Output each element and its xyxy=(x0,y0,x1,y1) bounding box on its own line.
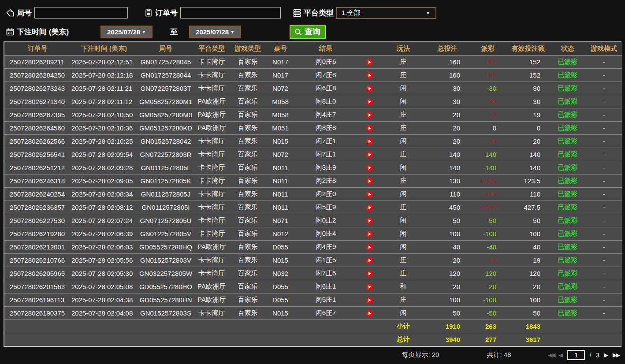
cell-table-no: D055 xyxy=(266,280,294,293)
cell-table-no: N015 xyxy=(266,253,294,267)
replay-icon[interactable] xyxy=(366,297,373,304)
prev-page-button[interactable]: ◀ xyxy=(558,352,563,358)
cell-order-no: 250728026205965 xyxy=(4,267,71,280)
cell-payout: 152 xyxy=(470,55,506,68)
cell-total-bet: 100 xyxy=(425,293,470,306)
cell-payout: -140 xyxy=(470,148,506,161)
cell-game-type: 百家乐 xyxy=(229,82,266,95)
cell-status: 已派彩 xyxy=(550,306,585,319)
cell-game-type: 百家乐 xyxy=(229,108,266,121)
cell-bet-time: 2025-07-28 02:11:21 xyxy=(71,82,138,95)
order-number-input[interactable] xyxy=(180,7,281,19)
table-row: 2507280262512122025-07-28 02:09:28GN0112… xyxy=(4,161,622,174)
cell-table-no: N017 xyxy=(266,55,294,68)
cell-replay xyxy=(357,201,382,214)
cell-total-bet: 20 xyxy=(425,121,470,134)
cell-play: 庄 xyxy=(382,148,425,161)
cell-platform: 卡卡湾厅 xyxy=(194,227,229,240)
cell-payout: -140 xyxy=(470,161,506,174)
cell-total-bet: 40 xyxy=(425,240,470,253)
replay-icon[interactable] xyxy=(366,244,373,251)
replay-icon[interactable] xyxy=(366,72,373,79)
cell-replay xyxy=(357,68,382,82)
replay-icon[interactable] xyxy=(366,270,373,277)
cell-replay xyxy=(357,227,382,240)
cell-platform: 卡卡湾厅 xyxy=(194,148,229,161)
bet-time-label: 下注时间 (美东) xyxy=(17,27,69,37)
cell-table-no: N011 xyxy=(266,187,294,201)
cell-order-no: 250728026251212 xyxy=(4,161,71,174)
cell-total-bet: 100 xyxy=(425,227,470,240)
cell-game-mode: - xyxy=(585,148,622,161)
cell-round-no: GM058257280M0 xyxy=(138,108,194,121)
cell-order-no: 250728026267395 xyxy=(4,108,71,121)
table-row: 2507280262645602025-07-28 02:10:36GM0512… xyxy=(4,121,622,134)
cell-valid-bet: 40 xyxy=(506,240,550,253)
replay-icon[interactable] xyxy=(366,191,373,198)
cell-game-mode: - xyxy=(585,68,622,82)
cell-table-no: N071 xyxy=(266,214,294,227)
cell-table-no: D055 xyxy=(266,293,294,306)
cell-valid-bet: 100 xyxy=(506,293,550,306)
search-button[interactable]: 查询 xyxy=(290,25,326,39)
cell-table-no: M058 xyxy=(266,95,294,108)
date-from-picker[interactable]: 2025/07/28 ▼ xyxy=(100,26,153,38)
cell-game-type: 百家乐 xyxy=(229,201,266,214)
cell-status: 已派彩 xyxy=(550,55,585,68)
replay-icon[interactable] xyxy=(366,151,373,158)
replay-icon[interactable] xyxy=(366,111,373,119)
cell-play: 闲 xyxy=(382,240,425,253)
cell-play: 庄 xyxy=(382,121,425,134)
cell-platform: PA欧洲厅 xyxy=(194,280,229,293)
cell-game-type: 百家乐 xyxy=(229,240,266,253)
cell-total-bet: 120 xyxy=(425,267,470,280)
header-status: 状态 xyxy=(550,42,585,55)
cell-table-no: D055 xyxy=(266,240,294,253)
cell-total-bet: 20 xyxy=(425,280,470,293)
table-row: 2507280261903752025-07-28 02:04:08GN0152… xyxy=(4,306,622,319)
cell-replay xyxy=(357,55,382,68)
replay-icon[interactable] xyxy=(366,138,373,145)
cell-bet-time: 2025-07-28 02:04:38 xyxy=(71,293,138,306)
cell-platform: 卡卡湾厅 xyxy=(194,174,229,187)
cell-game-mode: - xyxy=(585,240,622,253)
replay-icon[interactable] xyxy=(366,310,373,317)
cell-result: 闲3庄9 xyxy=(294,161,357,174)
round-number-input[interactable] xyxy=(34,7,128,19)
last-page-button[interactable]: ▶▶ xyxy=(613,352,619,358)
cell-game-type: 百家乐 xyxy=(229,253,266,267)
cell-payout: -100 xyxy=(470,293,506,306)
table-row: 2507280262463182025-07-28 02:09:05GN0112… xyxy=(4,174,622,187)
cell-total-bet: 140 xyxy=(425,148,470,161)
replay-icon[interactable] xyxy=(366,98,373,105)
cell-replay xyxy=(357,108,382,121)
cell-order-no: 250728026284250 xyxy=(4,68,71,82)
replay-icon[interactable] xyxy=(366,59,373,66)
cell-result: 闲0庄2 xyxy=(294,214,357,227)
replay-icon[interactable] xyxy=(366,85,373,92)
cell-play: 闲 xyxy=(382,161,425,174)
cell-platform: PA欧洲厅 xyxy=(194,293,229,306)
first-page-button[interactable]: ◀◀ xyxy=(548,352,554,358)
replay-icon[interactable] xyxy=(366,204,373,211)
cell-table-no: N015 xyxy=(266,134,294,148)
cell-total-bet: 160 xyxy=(425,55,470,68)
cell-order-no: 250728026264560 xyxy=(4,121,71,134)
page-number-input[interactable] xyxy=(567,350,585,360)
cell-valid-bet: 427.5 xyxy=(506,201,550,214)
platform-type-select[interactable]: 1.全部 ▼ xyxy=(336,7,436,19)
cell-bet-time: 2025-07-28 02:05:56 xyxy=(71,253,138,267)
replay-icon[interactable] xyxy=(366,283,373,290)
replay-icon[interactable] xyxy=(366,230,373,238)
cell-table-no: N012 xyxy=(266,227,294,240)
cell-play: 闲 xyxy=(382,214,425,227)
table-row: 2507280262015632025-07-28 02:05:08GD0552… xyxy=(4,280,622,293)
next-page-button[interactable]: ▶ xyxy=(604,352,608,358)
replay-icon[interactable] xyxy=(366,125,373,132)
replay-icon[interactable] xyxy=(366,257,373,264)
table-row: 2507280262107662025-07-28 02:05:56GN0152… xyxy=(4,253,622,267)
replay-icon[interactable] xyxy=(366,178,373,185)
date-to-picker[interactable]: 2025/07/28 ▼ xyxy=(189,26,241,38)
replay-icon[interactable] xyxy=(366,164,373,171)
replay-icon[interactable] xyxy=(366,217,373,224)
